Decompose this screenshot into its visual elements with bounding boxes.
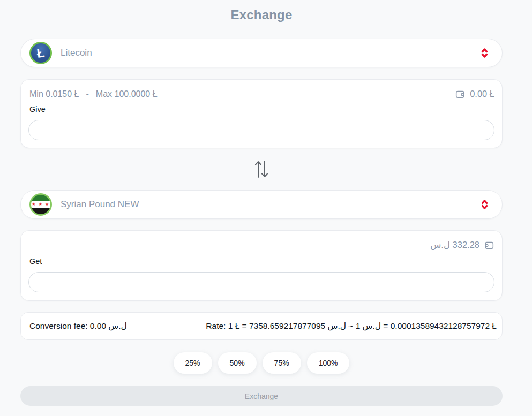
exchange-panel: Exchange Ł Litecoin Min 0.0150 Ł - Max 1…	[20, 0, 503, 406]
percent-row: 25% 50% 75% 100%	[20, 352, 503, 374]
rate-text: Rate: 1 Ł = 7358.659217877095 ل.س‎ ~ 1 ل…	[206, 321, 497, 331]
give-amount-input[interactable]	[28, 120, 494, 140]
chevron-up-down-icon	[480, 199, 489, 210]
percent-75-button[interactable]: 75%	[263, 352, 301, 374]
max-limit: Max 100.0000 Ł	[96, 89, 158, 99]
wallet-icon	[484, 240, 494, 251]
get-card: 332.28 ل.س Get	[20, 230, 503, 301]
exchange-submit-button[interactable]: Exchange	[20, 386, 503, 406]
percent-100-button[interactable]: 100%	[307, 352, 350, 374]
swap-arrows-icon[interactable]	[249, 157, 274, 181]
to-currency-name: Syrian Pound NEW	[61, 199, 139, 210]
from-balance-value: 0.00 Ł	[470, 89, 494, 99]
give-meta-row: Min 0.0150 Ł - Max 100.0000 Ł 0.00 Ł	[28, 88, 494, 100]
give-card: Min 0.0150 Ł - Max 100.0000 Ł 0.00 Ł Giv…	[20, 79, 503, 148]
give-label: Give	[28, 105, 494, 116]
wallet-icon	[455, 89, 466, 100]
to-balance: 332.28 ل.س	[430, 240, 494, 251]
min-limit: Min 0.0150 Ł	[29, 89, 79, 99]
limits-dash: -	[86, 89, 89, 99]
swap-row	[20, 148, 503, 190]
from-balance: 0.00 Ł	[455, 89, 494, 100]
syrian-flag-icon: ★ ★ ★	[29, 193, 52, 216]
conversion-fee-text: Conversion fee: 0.00 ل.س	[29, 321, 127, 331]
chevron-up-down-icon	[480, 47, 489, 59]
get-amount-input[interactable]	[28, 272, 494, 292]
to-currency-selector[interactable]: ★ ★ ★ Syrian Pound NEW	[20, 190, 503, 219]
from-currency-selector[interactable]: Ł Litecoin	[20, 39, 503, 67]
percent-25-button[interactable]: 25%	[174, 352, 212, 374]
get-label: Get	[28, 257, 494, 268]
litecoin-glyph: Ł	[36, 47, 45, 60]
flag-stars: ★ ★ ★	[32, 202, 49, 207]
percent-50-button[interactable]: 50%	[218, 352, 257, 374]
litecoin-icon: Ł	[29, 42, 52, 64]
get-meta-row: 332.28 ل.س	[28, 239, 494, 251]
to-balance-value: 332.28 ل.س	[430, 240, 479, 250]
summary-bar: Conversion fee: 0.00 ل.س Rate: 1 Ł = 735…	[20, 312, 503, 340]
limits: Min 0.0150 Ł - Max 100.0000 Ł	[28, 89, 158, 99]
from-currency-name: Litecoin	[61, 48, 92, 58]
page-title: Exchange	[20, 7, 503, 23]
